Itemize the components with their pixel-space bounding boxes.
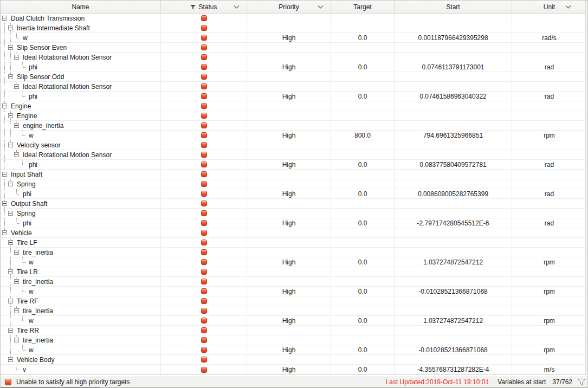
tree-collapse-toggle[interactable] — [8, 143, 13, 147]
status-cell — [161, 101, 247, 111]
table-row[interactable]: Ideal Rotational Motion Sensor — [1, 82, 586, 92]
table-row[interactable]: Tire RR — [1, 326, 586, 335]
column-header-unit[interactable]: Unit — [512, 1, 586, 13]
tree-collapse-toggle[interactable] — [14, 55, 19, 60]
table-row[interactable]: Dual Clutch Transmission — [1, 14, 586, 23]
target-cell — [331, 53, 395, 62]
priority-cell: High — [247, 218, 331, 228]
table-row[interactable]: Ideal Rotational Motion Sensor — [1, 150, 586, 160]
tree-collapse-toggle[interactable] — [8, 357, 13, 362]
name-cell: Tire RR — [1, 326, 161, 335]
column-header-priority[interactable]: Priority — [247, 1, 331, 13]
tree-collapse-toggle[interactable] — [8, 299, 13, 303]
tree-collapse-toggle[interactable] — [2, 104, 7, 108]
table-row[interactable]: phiHigh0.00.07461586963040322rad — [1, 92, 586, 101]
tree-collapse-toggle[interactable] — [8, 113, 13, 118]
table-row[interactable]: Vehicle Body — [1, 355, 586, 365]
priority-cell — [247, 355, 331, 364]
tree-collapse-toggle[interactable] — [8, 45, 13, 50]
table-row[interactable]: wHigh0.01.037274872547212rpm — [1, 257, 586, 267]
tree-collapse-toggle[interactable] — [14, 84, 19, 89]
target-cell: 0.0 — [331, 365, 395, 374]
tree-collapse-toggle[interactable] — [2, 230, 7, 235]
table-row[interactable]: Vehicle — [1, 228, 586, 238]
table-row[interactable]: wHigh0.0-0.01028521366871068rpm — [1, 287, 586, 296]
tree-collapse-toggle[interactable] — [8, 25, 13, 30]
table-row[interactable]: tire_inertia — [1, 277, 586, 287]
table-row[interactable]: Spring — [1, 209, 586, 218]
table-row[interactable]: Tire RF — [1, 296, 586, 306]
chevron-down-icon[interactable] — [234, 5, 240, 9]
table-row[interactable]: phiHigh0.0-2.797174280545512E-6rad — [1, 218, 586, 228]
table-row[interactable]: Inertia Intermediate Shaft — [1, 23, 586, 33]
priority-cell — [247, 72, 331, 81]
tree-collapse-toggle[interactable] — [14, 279, 19, 284]
table-row[interactable]: Output Shaft — [1, 199, 586, 209]
status-error-icon — [201, 103, 207, 109]
tree-collapse-toggle[interactable] — [14, 338, 19, 342]
unit-cell — [512, 101, 586, 111]
tree-collapse-toggle[interactable] — [8, 74, 13, 79]
column-header-status[interactable]: Status — [161, 1, 247, 13]
table-row[interactable]: Tire LR — [1, 267, 586, 277]
tree-collapse-toggle[interactable] — [8, 328, 13, 333]
table-row[interactable]: Engine — [1, 101, 586, 111]
tree-collapse-toggle[interactable] — [2, 201, 7, 206]
start-cell — [395, 238, 512, 247]
start-cell — [395, 140, 512, 150]
table-row[interactable]: phiHigh0.00.008609005282765399rad — [1, 189, 586, 199]
column-header-name[interactable]: Name — [1, 1, 161, 13]
table-row[interactable]: Ideal Rotational Motion Sensor — [1, 53, 586, 62]
tree-collapse-toggle[interactable] — [14, 250, 19, 255]
funnel-icon[interactable] — [578, 379, 585, 386]
status-error-icon — [201, 308, 207, 314]
table-row[interactable]: Input Shaft — [1, 170, 586, 179]
target-cell — [331, 306, 395, 315]
table-row[interactable]: vHigh0.0-4.355768731287282E-4m/s — [1, 365, 586, 374]
table-row[interactable]: phiHigh0.00.08377580409572781rad — [1, 160, 586, 170]
status-cell — [161, 179, 247, 189]
unit-cell — [512, 277, 586, 286]
unit-cell — [512, 121, 586, 130]
table-row[interactable]: wHigh800.0794.6961325966851rpm — [1, 131, 586, 140]
chevron-down-icon[interactable] — [565, 5, 571, 9]
name-cell: w — [1, 131, 161, 140]
table-row[interactable]: wHigh0.01.037274872547212rpm — [1, 316, 586, 326]
table-row[interactable]: tire_inertia — [1, 335, 586, 345]
unit-cell: rad/s — [512, 33, 586, 42]
tree-collapse-toggle[interactable] — [8, 182, 13, 186]
target-cell — [331, 335, 395, 345]
table-row[interactable]: engine_inertia — [1, 121, 586, 131]
tree-collapse-toggle[interactable] — [2, 16, 7, 21]
priority-cell — [247, 238, 331, 247]
column-header-target[interactable]: Target — [331, 1, 395, 13]
row-name-label: w — [1, 132, 34, 139]
priority-cell — [247, 121, 331, 130]
table-row[interactable]: wHigh0.0-0.01028521366871068rpm — [1, 345, 586, 355]
table-row[interactable]: Slip Sensor Odd — [1, 72, 586, 82]
table-row[interactable]: Engine — [1, 111, 586, 121]
scrollbar-track[interactable] — [585, 1, 587, 374]
table-row[interactable]: tire_inertia — [1, 306, 586, 316]
target-cell — [331, 111, 395, 120]
tree-collapse-toggle[interactable] — [2, 172, 7, 177]
unit-cell: rpm — [512, 131, 586, 140]
tree-collapse-toggle[interactable] — [8, 269, 13, 274]
tree-collapse-toggle[interactable] — [14, 152, 19, 157]
status-error-icon — [201, 25, 207, 31]
chevron-down-icon[interactable] — [318, 5, 324, 9]
table-row[interactable]: wHigh0.00.001187966429395298rad/s — [1, 33, 586, 43]
table-row[interactable]: tire_inertia — [1, 248, 586, 257]
column-header-start[interactable]: Start — [395, 1, 512, 13]
tree-collapse-toggle[interactable] — [14, 123, 19, 128]
tree-collapse-toggle[interactable] — [8, 211, 13, 216]
table-row[interactable]: Tire LF — [1, 238, 586, 248]
table-row[interactable]: Slip Sensor Even — [1, 43, 586, 53]
name-cell: Engine — [1, 111, 161, 120]
status-cell — [161, 14, 247, 23]
tree-collapse-toggle[interactable] — [8, 240, 13, 245]
table-row[interactable]: phiHigh0.00.0746113791173001rad — [1, 62, 586, 72]
tree-collapse-toggle[interactable] — [14, 308, 19, 313]
table-row[interactable]: Spring — [1, 179, 586, 189]
table-row[interactable]: Velocity sensor — [1, 140, 586, 150]
